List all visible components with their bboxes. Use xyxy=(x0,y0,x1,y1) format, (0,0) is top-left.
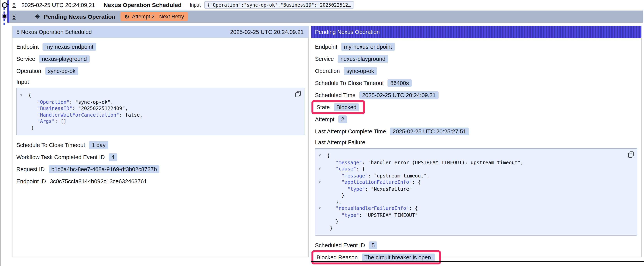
field-label: Service xyxy=(16,56,35,62)
field-endpoint-id: Endpoint ID 3c0c75ccfa8144b092c13ce63246… xyxy=(16,177,304,186)
field-label: Operation xyxy=(315,68,340,74)
field-endpoint: Endpoint my-nexus-endpoint xyxy=(315,43,637,51)
field-value-chip: 86400s xyxy=(388,79,412,87)
collapse-chevron-icon[interactable]: ∨ xyxy=(318,165,324,172)
timeline-selection-bar xyxy=(8,1,9,23)
event-detail-body: Endpoint my-nexus-endpoint Service nexus… xyxy=(12,38,308,186)
field-endpoint: Endpoint my-nexus-endpoint xyxy=(16,43,304,51)
field-value-chip: 1 day xyxy=(89,141,108,149)
field-scheduled-time: Scheduled Time 2025-02-25 UTC 20:24:09.2… xyxy=(315,91,637,99)
field-label: Endpoint xyxy=(16,44,39,50)
pending-operation-header-title: Pending Nexus Operation xyxy=(315,29,380,35)
timeline-filled-circle-icon xyxy=(3,15,6,18)
event-row-nexus-operation-scheduled[interactable]: 5 2025-02-25 UTC 20:24:09.21 Nexus Opera… xyxy=(9,0,644,10)
event-input-label: Input xyxy=(190,2,201,8)
field-label: Workflow Task Completed Event ID xyxy=(16,154,105,160)
field-value-chip: 2 xyxy=(338,115,347,123)
field-blocked-reason: Blocked Reason The circuit breaker is op… xyxy=(315,253,637,262)
field-label: Request ID xyxy=(16,166,45,172)
collapse-chevron-icon[interactable]: ∨ xyxy=(20,92,25,98)
field-value-chip: b1c6a4bc-8ee7-468a-9169-df3b02c8737b xyxy=(48,165,160,173)
field-value-chip: 2025-02-25 UTC 20:25:27.51 xyxy=(390,128,469,135)
copy-icon[interactable] xyxy=(628,151,634,158)
field-label: Endpoint xyxy=(315,44,338,50)
field-label: State xyxy=(316,104,330,110)
field-value-chip: sync-op-ok xyxy=(344,67,377,75)
field-value-chip: my-nexus-endpoint xyxy=(43,43,96,51)
retry-badge-label: Attempt 2 · Next Retry xyxy=(132,14,184,20)
field-state: State Blocked xyxy=(315,103,637,112)
event-detail-header: 5 Nexus Operation Scheduled 2025-02-25 U… xyxy=(12,26,308,38)
field-schedule-to-close-timeout: Schedule To Close Timeout 86400s xyxy=(315,79,637,87)
pending-operation-header: Pending Nexus Operation xyxy=(311,26,641,38)
input-json-content: ∨ { "Operation": "sync-op-ok", "Business… xyxy=(20,92,291,131)
field-label: Endpoint ID xyxy=(16,178,46,184)
field-workflow-task-completed-event-id: Workflow Task Completed Event ID 4 xyxy=(16,153,304,161)
input-section-label: Input xyxy=(16,79,304,85)
pending-row-title: Pending Nexus Operation xyxy=(44,13,116,20)
field-label: Last Attempt Complete Time xyxy=(315,128,386,135)
field-label: Scheduled Time xyxy=(315,92,356,98)
blocked-reason-value-chip: The circuit breaker is open. xyxy=(362,253,435,261)
field-last-attempt-complete-time: Last Attempt Complete Time 2025-02-25 UT… xyxy=(315,127,637,136)
timeline-connector xyxy=(7,4,8,5)
field-label: Operation xyxy=(16,68,41,74)
timeline-open-circle-icon xyxy=(2,2,8,8)
event-input-preview-chip: {"Operation":"sync-op-ok","BusinessID":"… xyxy=(204,1,354,9)
page-left-border xyxy=(0,0,1,266)
retry-icon: ↻ xyxy=(124,13,129,20)
event-title: Nexus Operation Scheduled xyxy=(104,2,182,8)
event-history-view: 5 2025-02-25 UTC 20:24:09.21 Nexus Opera… xyxy=(0,0,644,266)
field-value-chip: my-nexus-endpoint xyxy=(341,43,395,51)
pending-event-id-link[interactable]: 5 xyxy=(12,14,16,20)
event-detail-header-title: 5 Nexus Operation Scheduled xyxy=(16,29,92,35)
state-value-chip: Blocked xyxy=(334,103,359,111)
retry-attempt-badge: ↻ Attempt 2 · Next Retry xyxy=(120,12,188,21)
event-id-link[interactable]: 5 xyxy=(12,2,16,8)
field-value-chip: 4 xyxy=(108,153,117,161)
field-value-chip: sync-op-ok xyxy=(45,67,78,75)
field-label: Scheduled Event ID xyxy=(315,242,365,248)
field-value-chip: nexus-playground xyxy=(338,55,388,63)
nexus-asterisk-icon: ✳ xyxy=(35,13,40,20)
field-label: Service xyxy=(315,56,334,62)
page-right-border xyxy=(643,0,643,266)
event-detail-panel: 5 Nexus Operation Scheduled 2025-02-25 U… xyxy=(12,26,309,257)
event-timestamp: 2025-02-25 UTC 20:24:09.21 xyxy=(22,2,95,8)
field-label: Attempt xyxy=(315,116,334,122)
collapse-chevron-icon[interactable]: ∨ xyxy=(318,179,324,185)
field-service: Service nexus-playground xyxy=(315,55,637,63)
state-highlight-annotation: State Blocked xyxy=(312,100,365,114)
field-operation: Operation sync-op-ok xyxy=(315,67,637,75)
pending-nexus-operation-row[interactable]: 5 ✳ Pending Nexus Operation ↻ Attempt 2 … xyxy=(9,11,643,23)
input-json-viewer: ∨ { "Operation": "sync-op-ok", "Business… xyxy=(16,88,304,135)
pending-operation-panel: Pending Nexus Operation Endpoint my-nexu… xyxy=(311,26,642,257)
field-label: Blocked Reason xyxy=(316,254,358,260)
pending-operation-body: Endpoint my-nexus-endpoint Service nexus… xyxy=(311,38,641,262)
field-label: Schedule To Close Timeout xyxy=(315,80,384,86)
field-service: Service nexus-playground xyxy=(16,55,304,63)
field-value-chip: 2025-02-25 UTC 20:24:09.21 xyxy=(360,91,438,99)
last-attempt-failure-label: Last Attempt Failure xyxy=(315,139,637,145)
field-operation: Operation sync-op-ok xyxy=(16,67,304,75)
failure-json-viewer: ∨ { "message": "handler error (UPSTREAM_… xyxy=(315,148,637,235)
field-attempt: Attempt 2 xyxy=(315,115,637,124)
copy-icon[interactable] xyxy=(295,91,301,98)
field-scheduled-event-id: Scheduled Event ID 5 xyxy=(315,241,637,250)
event-detail-header-timestamp: 2025-02-25 UTC 20:24:09.21 xyxy=(230,29,304,35)
field-label: Schedule To Close Timeout xyxy=(16,142,85,148)
viewport-bottom-line xyxy=(311,261,644,262)
field-value-chip: 5 xyxy=(369,241,377,249)
blocked-reason-highlight-annotation: Blocked Reason The circuit breaker is op… xyxy=(312,250,441,264)
collapse-chevron-icon[interactable]: ∨ xyxy=(318,205,324,211)
endpoint-id-link[interactable]: 3c0c75ccfa8144b092c13ce632463761 xyxy=(50,178,147,184)
field-schedule-to-close-timeout: Schedule To Close Timeout 1 day xyxy=(16,141,304,149)
field-request-id: Request ID b1c6a4bc-8ee7-468a-9169-df3b0… xyxy=(16,165,304,174)
field-value-chip: nexus-playground xyxy=(39,55,90,63)
collapse-chevron-icon[interactable]: ∨ xyxy=(318,152,324,159)
failure-json-content: ∨ { "message": "handler error (UPSTREAM_… xyxy=(318,152,624,231)
